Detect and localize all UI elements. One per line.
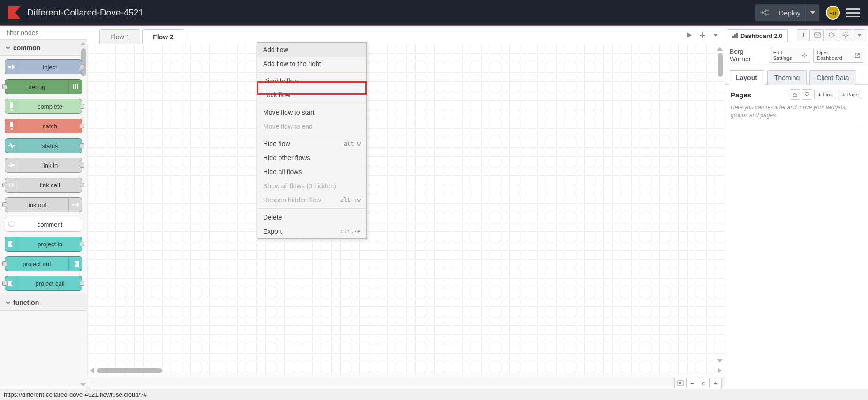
tab-flow-1[interactable]: Flow 1 (99, 29, 140, 44)
sidebar-header: Borg Warner Edit Settings Open Dashboard (725, 44, 868, 67)
sidebar-menu-icon[interactable] (853, 29, 866, 41)
zoom-in-icon[interactable]: + (709, 378, 722, 388)
output-port (80, 124, 84, 128)
category-common[interactable]: common (0, 40, 87, 56)
output-port (80, 143, 84, 148)
open-dashboard-button[interactable]: Open Dashboard (813, 48, 863, 63)
input-port (2, 281, 7, 286)
complete-icon (5, 99, 18, 113)
ctx-lock-flow[interactable]: Lock flow (257, 88, 366, 102)
info-icon[interactable]: i (797, 29, 810, 41)
project-call-icon (5, 276, 18, 290)
node-label: link out (5, 201, 68, 208)
canvas-scroll-up-icon[interactable] (717, 47, 723, 51)
view-navigator-icon[interactable] (674, 378, 687, 388)
category-label: common (13, 44, 40, 52)
user-avatar[interactable]: su (826, 6, 840, 20)
flow-tabs: Flow 1 Flow 2 (87, 26, 725, 44)
add-link-button[interactable]: +Link (814, 90, 836, 99)
node-inject[interactable]: inject (5, 59, 82, 74)
node-label: comment (18, 221, 82, 228)
chevron-down-icon (6, 45, 10, 50)
ctx-move-start[interactable]: Move flow to start (257, 105, 366, 119)
tab-theming[interactable]: Theming (767, 70, 807, 85)
sidebar-tab-bar: Dashboard 2.0 i (725, 26, 868, 44)
node-status[interactable]: status (5, 138, 82, 153)
svg-rect-2 (8, 66, 11, 68)
node-complete[interactable]: complete (5, 99, 82, 114)
node-label: project call (18, 280, 82, 287)
node-link-in[interactable]: link in (5, 158, 82, 173)
ctx-hide-all[interactable]: Hide all flows (257, 165, 366, 179)
add-page-button[interactable]: +Page (838, 90, 862, 99)
filter-nodes-input[interactable] (7, 29, 89, 37)
svg-point-25 (845, 34, 847, 36)
node-link-out[interactable]: link out (5, 197, 82, 212)
svg-line-24 (833, 37, 834, 37)
filter-nodes-wrap[interactable] (0, 26, 87, 40)
project-out-icon (68, 257, 82, 271)
ctx-add-flow[interactable]: Add flow (257, 43, 366, 57)
node-label: catch (18, 123, 82, 130)
deploy-dropdown-caret[interactable] (805, 4, 819, 21)
run-flow-icon[interactable] (683, 29, 695, 41)
tab-layout[interactable]: Layout (729, 70, 764, 85)
node-project-in[interactable]: project in (5, 237, 82, 252)
ctx-delete[interactable]: Delete (257, 210, 366, 224)
comment-icon (5, 217, 18, 231)
node-label: project out (5, 260, 68, 267)
inject-icon (5, 60, 18, 74)
workspace: Flow 1 Flow 2 − ○ + (87, 26, 725, 389)
config-icon[interactable] (839, 29, 852, 41)
flow-canvas[interactable] (87, 44, 725, 377)
canvas-scroll-down-icon[interactable] (717, 359, 723, 363)
ctx-add-flow-right[interactable]: Add flow to the right (257, 57, 366, 71)
bar-chart-icon (732, 33, 739, 38)
tabs-menu-icon[interactable] (709, 29, 722, 41)
sidebar-tab-dashboard[interactable]: Dashboard 2.0 (727, 29, 788, 42)
pages-heading: Pages (731, 91, 751, 99)
tab-flow-2[interactable]: Flow 2 (142, 29, 184, 44)
chevron-down-icon (6, 300, 10, 305)
node-project-call[interactable]: project call (5, 276, 82, 291)
node-project-out[interactable]: project out (5, 256, 82, 271)
category-function[interactable]: function (0, 295, 87, 311)
node-link-call[interactable]: link call (5, 178, 82, 193)
edit-settings-label: Edit Settings (773, 50, 800, 61)
canvas-scroll-left-icon[interactable] (90, 368, 94, 373)
dashboard-subtabs: Layout Theming Client Data (725, 67, 868, 85)
node-comment[interactable]: comment (5, 217, 82, 232)
status-url: https://different-collared-dove-4521.flo… (4, 391, 147, 398)
input-port (2, 202, 7, 207)
ctx-export[interactable]: Exportctrl-e (257, 224, 366, 238)
zoom-reset-icon[interactable]: ○ (698, 378, 710, 388)
ctx-move-end: Move flow to end (257, 119, 366, 133)
add-flow-icon[interactable] (696, 29, 709, 41)
ctx-disable-flow[interactable]: Disable flow (257, 74, 366, 88)
canvas-hscrollbar[interactable] (97, 368, 162, 373)
node-catch[interactable]: catch (5, 119, 82, 133)
palette-scroll-up-icon[interactable] (80, 42, 86, 45)
zoom-out-icon[interactable]: − (686, 378, 698, 388)
node-label: complete (18, 103, 82, 110)
collapse-all-icon[interactable] (790, 89, 800, 100)
status-bar: https://different-collared-dove-4521.flo… (0, 389, 868, 400)
pages-hint: Here you can re-order and move your widg… (731, 104, 862, 126)
ctx-hide-other[interactable]: Hide other flows (257, 151, 366, 165)
node-label: inject (18, 64, 82, 71)
canvas-vscrollbar[interactable] (718, 53, 723, 77)
debug-icon[interactable] (825, 29, 838, 41)
ctx-hide-flow[interactable]: Hide flowalt-w (257, 137, 366, 151)
category-label: function (13, 299, 39, 306)
palette-scroll-down-icon[interactable] (80, 383, 86, 387)
link-in-icon (5, 158, 18, 172)
deploy-button-group[interactable]: Deploy (755, 4, 819, 21)
app-title: Different-Collared-Dove-4521 (27, 7, 143, 18)
node-debug[interactable]: debug (5, 79, 82, 94)
help-icon[interactable] (811, 29, 824, 41)
expand-all-icon[interactable] (802, 89, 812, 100)
tab-client-data[interactable]: Client Data (809, 70, 856, 85)
hamburger-menu-icon[interactable] (846, 6, 860, 20)
edit-settings-button[interactable]: Edit Settings (770, 48, 810, 63)
canvas-scroll-right-icon[interactable] (718, 368, 722, 373)
